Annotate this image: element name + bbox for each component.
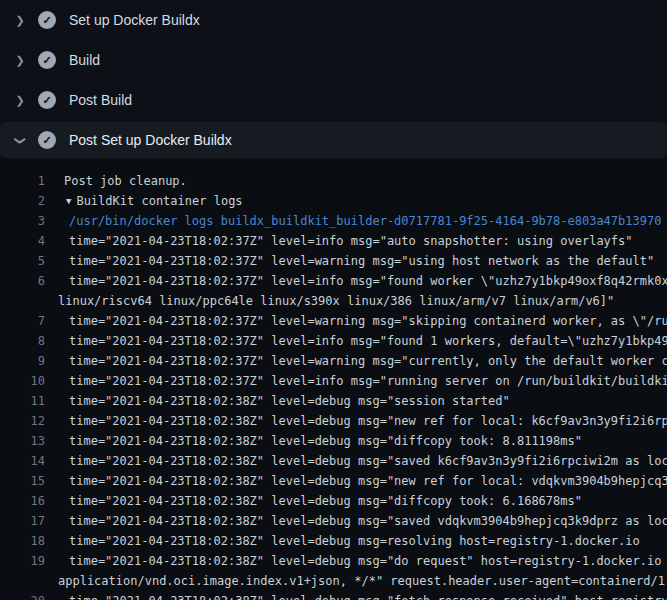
log-line-text: time="2021-04-23T18:02:38Z" level=debug … [45, 411, 667, 431]
chevron-right-icon: ❯ [12, 14, 28, 27]
log-line: 9time="2021-04-23T18:02:37Z" level=warni… [0, 351, 667, 371]
log-line-number[interactable]: 9 [0, 351, 45, 371]
log-line: 19time="2021-04-23T18:02:38Z" level=debu… [0, 551, 667, 571]
log-line-number[interactable]: 3 [0, 211, 45, 231]
log-line-text: time="2021-04-23T18:02:38Z" level=debug … [45, 451, 667, 471]
log-line: 1Post job cleanup. [0, 171, 667, 191]
log-line: 12time="2021-04-23T18:02:38Z" level=debu… [0, 411, 667, 431]
log-line: 8time="2021-04-23T18:02:37Z" level=info … [0, 331, 667, 351]
log-line: 10time="2021-04-23T18:02:37Z" level=info… [0, 371, 667, 391]
success-check-icon: ✓ [38, 11, 56, 29]
log-line: 4time="2021-04-23T18:02:37Z" level=info … [0, 231, 667, 251]
success-check-icon: ✓ [38, 131, 56, 149]
log-line-text: time="2021-04-23T18:02:38Z" level=debug … [45, 491, 582, 511]
log-line: 6time="2021-04-23T18:02:37Z" level=info … [0, 271, 667, 291]
chevron-right-icon: ❯ [12, 94, 28, 107]
log-line-text: time="2021-04-23T18:02:38Z" level=debug … [45, 511, 667, 531]
step-label: Set up Docker Buildx [69, 12, 200, 28]
log-line-number [0, 571, 45, 591]
log-line: 7time="2021-04-23T18:02:37Z" level=warni… [0, 311, 667, 331]
log-line-text: time="2021-04-23T18:02:38Z" level=debug … [45, 431, 582, 451]
log-line-text: Post job cleanup. [45, 171, 187, 191]
success-check-icon: ✓ [38, 51, 56, 69]
step-label: Build [69, 52, 100, 68]
log-line-number[interactable]: 12 [0, 411, 45, 431]
log-line-number[interactable]: 11 [0, 391, 45, 411]
log-command-text: /usr/bin/docker logs buildx_buildkit_bui… [45, 211, 661, 231]
log-line: application/vnd.oci.image.index.v1+json,… [0, 571, 667, 591]
group-expander-icon[interactable]: ▼ [66, 196, 71, 206]
log-line-number[interactable]: 6 [0, 271, 45, 291]
log-line-text: time="2021-04-23T18:02:38Z" level=debug … [45, 471, 667, 491]
log-line-text: time="2021-04-23T18:02:37Z" level=warnin… [45, 311, 667, 331]
log-line: 2▼BuildKit container logs [0, 191, 667, 211]
log-line-text: time="2021-04-23T18:02:38Z" level=debug … [45, 551, 667, 571]
log-line-number[interactable]: 14 [0, 451, 45, 471]
log-line: 20time="2021-04-23T18:02:38Z" level=debu… [0, 591, 667, 600]
workflow-log-viewer: ❯ ✓ Set up Docker Buildx ❯ ✓ Build ❯ ✓ P… [0, 0, 667, 600]
step-row-build[interactable]: ❯ ✓ Build [0, 40, 667, 80]
log-line: 16time="2021-04-23T18:02:38Z" level=debu… [0, 491, 667, 511]
step-row-set-up-docker-buildx[interactable]: ❯ ✓ Set up Docker Buildx [0, 0, 667, 40]
step-label: Post Build [69, 92, 132, 108]
step-label: Post Set up Docker Buildx [69, 132, 232, 148]
log-line-number[interactable]: 13 [0, 431, 45, 451]
log-line: 17time="2021-04-23T18:02:38Z" level=debu… [0, 511, 667, 531]
step-row-post-build[interactable]: ❯ ✓ Post Build [0, 80, 667, 120]
step-row-post-set-up-docker-buildx[interactable]: ❯ ✓ Post Set up Docker Buildx [0, 122, 667, 158]
log-line: 5time="2021-04-23T18:02:37Z" level=warni… [0, 251, 667, 271]
log-line-number[interactable]: 4 [0, 231, 45, 251]
log-line-number[interactable]: 5 [0, 251, 45, 271]
log-line-number[interactable]: 15 [0, 471, 45, 491]
log-line-number[interactable]: 16 [0, 491, 45, 511]
log-line: 13time="2021-04-23T18:02:38Z" level=debu… [0, 431, 667, 451]
log-line-text: application/vnd.oci.image.index.v1+json,… [45, 571, 667, 591]
log-line: linux/riscv64 linux/ppc64le linux/s390x … [0, 291, 667, 311]
log-line-text: time="2021-04-23T18:02:38Z" level=debug … [45, 531, 640, 551]
log-line-text: time="2021-04-23T18:02:37Z" level=warnin… [45, 251, 654, 271]
log-line: 15time="2021-04-23T18:02:38Z" level=debu… [0, 471, 667, 491]
log-line-text: time="2021-04-23T18:02:38Z" level=debug … [45, 591, 667, 600]
log-line-text: time="2021-04-23T18:02:37Z" level=warnin… [45, 351, 667, 371]
log-line-text: time="2021-04-23T18:02:37Z" level=info m… [45, 331, 667, 351]
log-line-number[interactable]: 7 [0, 311, 45, 331]
log-line: 18time="2021-04-23T18:02:38Z" level=debu… [0, 531, 667, 551]
log-line-text: time="2021-04-23T18:02:38Z" level=debug … [45, 391, 510, 411]
log-line-number[interactable]: 10 [0, 371, 45, 391]
step-log-output: 1Post job cleanup.2▼BuildKit container l… [0, 158, 667, 600]
success-check-icon: ✓ [38, 91, 56, 109]
log-line-text: ▼BuildKit container logs [45, 191, 243, 211]
log-line: 14time="2021-04-23T18:02:38Z" level=debu… [0, 451, 667, 471]
log-line-number[interactable]: 1 [0, 171, 45, 191]
log-line-number[interactable]: 17 [0, 511, 45, 531]
log-line-number[interactable]: 19 [0, 551, 45, 571]
log-line: 11time="2021-04-23T18:02:38Z" level=debu… [0, 391, 667, 411]
log-line-text: time="2021-04-23T18:02:37Z" level=info m… [45, 231, 633, 251]
chevron-down-icon: ❯ [14, 132, 27, 148]
log-line-number[interactable]: 2 [0, 191, 45, 211]
log-line-text: time="2021-04-23T18:02:37Z" level=info m… [45, 271, 667, 291]
log-line-text: linux/riscv64 linux/ppc64le linux/s390x … [45, 291, 614, 311]
log-line: 3/usr/bin/docker logs buildx_buildkit_bu… [0, 211, 667, 231]
log-line-number[interactable]: 18 [0, 531, 45, 551]
log-line-number[interactable]: 20 [0, 591, 45, 600]
log-line-number [0, 291, 45, 311]
log-line-text: time="2021-04-23T18:02:37Z" level=info m… [45, 371, 667, 391]
chevron-right-icon: ❯ [12, 54, 28, 67]
log-line-number[interactable]: 8 [0, 331, 45, 351]
